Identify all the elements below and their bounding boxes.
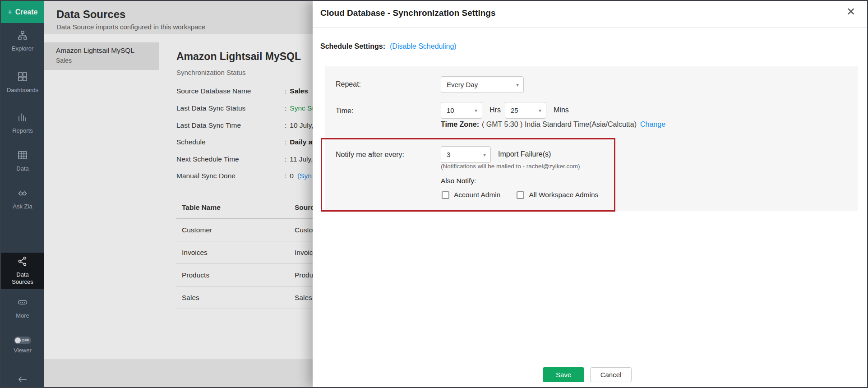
explorer-icon [17, 30, 28, 42]
modal-title: Cloud Database - Synchronization Setting… [320, 8, 496, 18]
chevron-down-icon: ▾ [475, 107, 477, 114]
create-button-label: Create [15, 8, 38, 16]
sync-settings-modal: Cloud Database - Synchronization Setting… [313, 1, 867, 387]
notify-count-dropdown[interactable]: 3 ▾ [441, 146, 491, 163]
disable-scheduling-link[interactable]: (Disable Scheduling) [390, 42, 457, 51]
timezone-change-link[interactable]: Change [640, 120, 665, 128]
sidebar-item-reports[interactable]: Reports [1, 112, 44, 134]
sidebar-item-label: More [16, 312, 29, 319]
sidebar-item-label: Data [16, 165, 28, 172]
data-sources-icon [17, 256, 28, 268]
hours-dropdown[interactable]: 10 ▾ [441, 102, 482, 119]
more-icon [17, 297, 28, 309]
notify-count-value: 3 [447, 151, 450, 158]
sidebar-item-label: Ask Zia [13, 203, 32, 210]
page-title: Data Sources [56, 8, 125, 21]
sidebar-item-dashboards[interactable]: Dashboards [1, 71, 44, 94]
account-admin-checkbox[interactable] [442, 191, 449, 199]
account-admin-label: Account Admin [454, 191, 500, 199]
also-notify-options: Account Admin All Workspace Admins [442, 191, 598, 199]
time-label: Time: [336, 107, 353, 115]
sidebar-item-label: Viewer [14, 347, 32, 354]
timezone-value: ( GMT 5:30 ) India Standard Time(Asia/Ca… [482, 120, 637, 128]
sidebar-item-data[interactable]: Data [1, 150, 44, 172]
repeat-dropdown[interactable]: Every Day ▾ [441, 76, 524, 93]
viewer-toggle[interactable]: OFF [14, 337, 31, 344]
source-item-title: Amazon Lightsail MySQL [56, 46, 159, 55]
sync-status-section-label: Synchronization Status [176, 69, 245, 76]
import-failures-label: Import Failure(s) [498, 150, 551, 158]
chevron-down-icon: ▾ [516, 82, 519, 88]
also-notify-label: Also Notify: [441, 177, 476, 185]
chevron-down-icon: ▾ [483, 152, 486, 158]
minutes-dropdown-value: 25 [511, 106, 518, 114]
sidebar-item-label: Data Sources [8, 271, 37, 286]
cancel-button[interactable]: Cancel [590, 367, 632, 382]
sidebar-item-label: Dashboards [7, 87, 38, 94]
workspace-admins-label: All Workspace Admins [529, 191, 598, 199]
source-item-subtitle: Sales [56, 57, 159, 64]
sync-now-link[interactable]: (Syn [297, 172, 312, 180]
reports-icon [17, 112, 28, 125]
data-table-icon [17, 150, 28, 162]
source-detail-title: Amazon Lightsail MySQL [176, 51, 301, 63]
source-list-item-selected[interactable]: Amazon Lightsail MySQL Sales [44, 42, 159, 70]
sidebar-item-data-sources[interactable]: Data Sources [1, 253, 44, 289]
save-button[interactable]: Save [543, 367, 584, 382]
close-icon[interactable]: ✕ [846, 5, 855, 18]
dashboards-icon [17, 71, 28, 84]
ask-zia-icon [17, 188, 28, 200]
plus-icon: + [8, 8, 13, 16]
toggle-knob [15, 337, 21, 343]
timezone-label: Time Zone: [441, 120, 479, 128]
mins-unit-label: Mins [554, 106, 569, 114]
sidebar-item-ask-zia[interactable]: Ask Zia [1, 188, 44, 210]
repeat-label: Repeat: [336, 80, 361, 88]
repeat-dropdown-value: Every Day [447, 81, 478, 88]
schedule-settings-panel: Repeat: Every Day ▾ Time: 10 ▾ Hrs 25 ▾ … [325, 66, 858, 211]
sidebar-item-label: Explorer [12, 45, 33, 52]
sidebar-item-viewer[interactable]: OFF Viewer [1, 337, 44, 354]
timezone-line: Time Zone:( GMT 5:30 ) India Standard Ti… [441, 120, 665, 129]
hrs-unit-label: Hrs [489, 106, 501, 114]
collapse-sidebar-icon[interactable] [1, 374, 44, 384]
hours-dropdown-value: 10 [447, 106, 454, 114]
minutes-dropdown[interactable]: 25 ▾ [505, 102, 546, 119]
chevron-down-icon: ▾ [539, 107, 541, 114]
notify-label: Notify me after every: [336, 151, 404, 159]
toggle-state-label: OFF [22, 338, 29, 342]
sidebar-item-more[interactable]: More [1, 297, 44, 319]
app-window: + Create Explorer Dashboards Reports [0, 0, 868, 388]
sync-status-value: Sync Su [290, 104, 316, 112]
sidebar-item-explorer[interactable]: Explorer [1, 30, 44, 52]
schedule-settings-line: Schedule Settings: (Disable Scheduling) [320, 42, 457, 51]
notification-email-note: (Notifications will be mailed to - rache… [441, 163, 580, 170]
workspace-admins-checkbox[interactable] [517, 191, 524, 199]
sidebar: + Create Explorer Dashboards Reports [1, 1, 44, 387]
schedule-settings-label: Schedule Settings: [320, 42, 385, 51]
create-button[interactable]: + Create [1, 1, 44, 23]
page-subtitle: Data Source imports configured in this w… [56, 23, 205, 31]
modal-header-divider [313, 27, 867, 28]
sidebar-item-label: Reports [12, 127, 33, 134]
